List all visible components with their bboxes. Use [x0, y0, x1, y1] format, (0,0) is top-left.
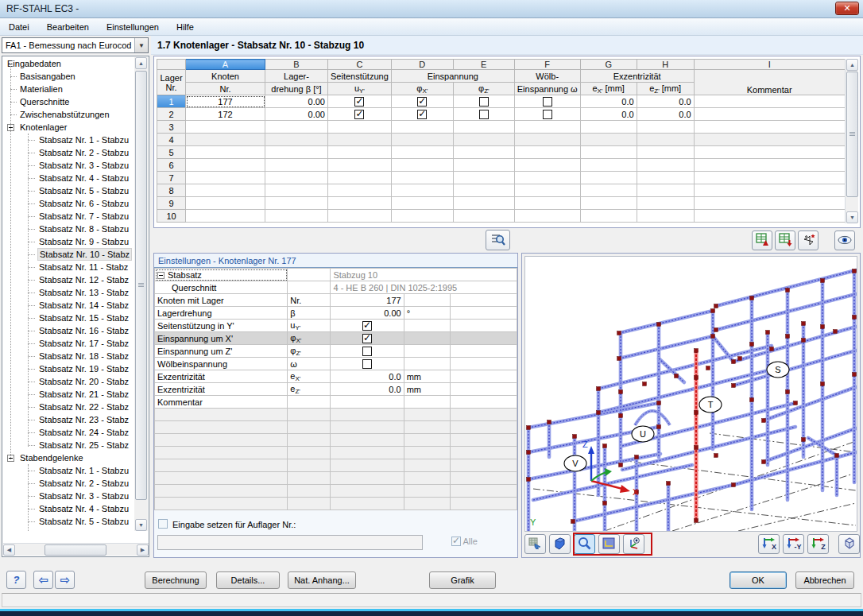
menu-bearbeiten[interactable]: Bearbeiten: [38, 20, 98, 34]
settings-value[interactable]: 4 - HE B 260 | DIN 1025-2:1995: [331, 281, 517, 294]
row-number[interactable]: 1: [157, 95, 186, 108]
empty-cell[interactable]: [186, 197, 265, 210]
tree-item[interactable]: Stabsatz Nr. 2 - Stabzu: [2, 146, 136, 159]
column-letter-D[interactable]: D: [391, 60, 453, 70]
title-bar[interactable]: RF-STAHL EC3 - ✕: [0, 0, 863, 18]
empty-cell[interactable]: [391, 134, 453, 146]
view-x-button[interactable]: X: [758, 534, 780, 554]
empty-cell[interactable]: [694, 159, 845, 172]
tree-item[interactable]: Stabsatz Nr. 16 - Stabz: [2, 324, 136, 337]
empty-cell[interactable]: [580, 159, 637, 172]
empty-cell[interactable]: [453, 121, 514, 134]
help-button[interactable]: ?: [6, 571, 26, 589]
excel-import-button[interactable]: [752, 231, 772, 250]
settings-value[interactable]: [331, 396, 404, 409]
tree-item[interactable]: Stabsatz Nr. 21 - Stabz: [2, 388, 136, 401]
row-number[interactable]: 10: [157, 210, 186, 223]
scroll-down-icon[interactable]: ▼: [135, 519, 147, 531]
tree-item[interactable]: Stabsatz Nr. 9 - Stabzu: [2, 235, 136, 248]
apply-checkbox[interactable]: [158, 519, 168, 529]
column-letter-G[interactable]: G: [580, 60, 637, 70]
model-3d-view[interactable]: STUVZXY: [524, 256, 857, 532]
menu-einstellungen[interactable]: Einstellungen: [98, 20, 168, 34]
view-in-table-button[interactable]: [486, 230, 510, 250]
scroll-right-icon[interactable]: ▶: [137, 544, 149, 556]
empty-cell[interactable]: [453, 172, 514, 184]
empty-cell[interactable]: [514, 210, 580, 223]
empty-cell[interactable]: [328, 134, 392, 146]
tree-item[interactable]: Stabsatz Nr. 1 - Stabzu: [2, 464, 136, 477]
checkbox[interactable]: [543, 97, 552, 107]
row-number[interactable]: 5: [157, 146, 186, 159]
abbrechen-button[interactable]: Abbrechen: [795, 571, 854, 589]
apply-supports-input[interactable]: [157, 535, 423, 550]
empty-cell[interactable]: [265, 159, 328, 172]
tree-item[interactable]: Stabendgelenke: [2, 451, 136, 464]
empty-cell[interactable]: [328, 172, 392, 184]
empty-cell[interactable]: [453, 210, 514, 223]
checkbox[interactable]: [362, 347, 372, 356]
empty-cell[interactable]: [637, 146, 694, 159]
scroll-down-icon[interactable]: ▼: [846, 211, 858, 223]
tree-root[interactable]: Eingabedaten: [2, 57, 136, 70]
empty-cell[interactable]: [694, 121, 845, 134]
tree-item[interactable]: Stabsatz Nr. 7 - Stabzu: [2, 210, 136, 223]
row-number[interactable]: 6: [157, 159, 186, 172]
settings-value[interactable]: 0.0: [331, 370, 404, 383]
tree-item[interactable]: Querschnitte: [2, 95, 136, 108]
empty-cell[interactable]: [453, 146, 514, 159]
empty-cell[interactable]: [514, 197, 580, 210]
tree-item[interactable]: Stabsatz Nr. 2 - Stabzu: [2, 477, 136, 490]
tree-item[interactable]: Stabsatz Nr. 11 - Stabz: [2, 261, 136, 273]
empty-cell[interactable]: [265, 121, 328, 134]
next-window-button[interactable]: ⇨: [55, 571, 75, 589]
settings-value[interactable]: Stabzug 10: [331, 269, 517, 281]
collapse-icon[interactable]: [157, 272, 164, 279]
tree-item[interactable]: Stabsatz Nr. 10 - Stabz: [2, 248, 136, 261]
empty-cell[interactable]: [694, 210, 845, 223]
empty-cell[interactable]: [580, 146, 637, 159]
empty-cell[interactable]: [514, 172, 580, 184]
empty-cell[interactable]: [637, 172, 694, 184]
checkbox[interactable]: [354, 97, 364, 107]
settings-value[interactable]: 0.0: [331, 383, 404, 396]
checkbox[interactable]: [354, 110, 364, 119]
settings-value[interactable]: 0.00: [331, 307, 404, 320]
cell-kommentar[interactable]: [694, 108, 845, 121]
chevron-down-icon[interactable]: ▼: [134, 38, 148, 52]
tree-item[interactable]: Stabsatz Nr. 20 - Stabz: [2, 375, 136, 388]
empty-cell[interactable]: [391, 121, 453, 134]
row-number[interactable]: 4: [157, 134, 186, 146]
empty-cell[interactable]: [265, 210, 328, 223]
settings-label[interactable]: Stabsatz: [155, 269, 288, 281]
checkbox[interactable]: [417, 97, 427, 107]
empty-cell[interactable]: [580, 184, 637, 197]
tree-item[interactable]: Stabsatz Nr. 17 - Stabz: [2, 337, 136, 350]
design-case-select[interactable]: FA1 - Bemessung nach Eurocod ▼: [2, 37, 149, 53]
empty-cell[interactable]: [694, 172, 845, 184]
empty-cell[interactable]: [453, 184, 514, 197]
cell-phiz[interactable]: [453, 108, 514, 121]
view-minus-y-button[interactable]: -Y: [783, 534, 804, 554]
isometric-view-button[interactable]: [838, 534, 860, 554]
row-number[interactable]: 8: [157, 184, 186, 197]
settings-value[interactable]: [331, 332, 404, 345]
tree-item[interactable]: Stabsatz Nr. 8 - Stabzu: [2, 223, 136, 235]
column-letter-B[interactable]: B: [265, 60, 328, 70]
empty-cell[interactable]: [694, 134, 845, 146]
tree-item[interactable]: Zwischenabstützungen: [2, 108, 136, 121]
settings-grid[interactable]: StabsatzStabzug 10Querschnitt4 - HE B 26…: [154, 268, 517, 510]
column-letter-F[interactable]: F: [514, 60, 580, 70]
cell-phix[interactable]: [391, 95, 453, 108]
empty-cell[interactable]: [186, 172, 265, 184]
settings-label[interactable]: Exzentrizität: [155, 383, 288, 396]
empty-cell[interactable]: [265, 172, 328, 184]
empty-cell[interactable]: [637, 159, 694, 172]
checkbox[interactable]: [362, 359, 372, 369]
scroll-left-icon[interactable]: ◀: [3, 544, 15, 556]
cell-omega[interactable]: [514, 95, 580, 108]
empty-cell[interactable]: [453, 197, 514, 210]
cell-ez[interactable]: 0.0: [637, 95, 694, 108]
empty-cell[interactable]: [328, 146, 392, 159]
cell-phix[interactable]: [391, 108, 453, 121]
